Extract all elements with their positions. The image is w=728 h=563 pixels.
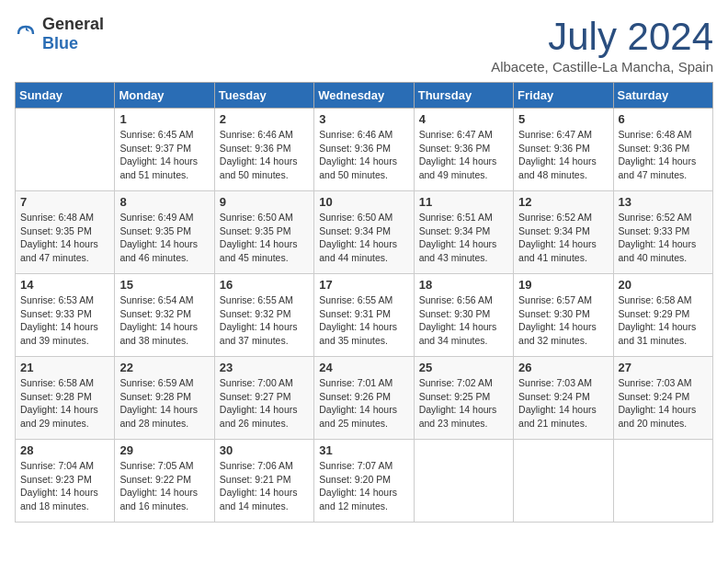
day-number: 24: [319, 361, 408, 374]
calendar-cell: 31Sunrise: 7:07 AM Sunset: 9:20 PM Dayli…: [314, 440, 414, 523]
calendar-week-row: 14Sunrise: 6:53 AM Sunset: 9:33 PM Dayli…: [16, 274, 713, 357]
calendar-week-row: 21Sunrise: 6:58 AM Sunset: 9:28 PM Dayli…: [16, 357, 713, 440]
day-info: Sunrise: 7:01 AM Sunset: 9:26 PM Dayligh…: [319, 376, 408, 431]
calendar-cell: 20Sunrise: 6:58 AM Sunset: 9:29 PM Dayli…: [613, 274, 712, 357]
day-of-week-header: Sunday: [16, 83, 115, 109]
calendar-cell: 24Sunrise: 7:01 AM Sunset: 9:26 PM Dayli…: [314, 357, 414, 440]
day-info: Sunrise: 6:57 AM Sunset: 9:30 PM Dayligh…: [518, 293, 608, 348]
calendar-week-row: 7Sunrise: 6:48 AM Sunset: 9:35 PM Daylig…: [16, 191, 713, 274]
day-number: 29: [119, 443, 209, 457]
day-info: Sunrise: 6:48 AM Sunset: 9:35 PM Dayligh…: [20, 211, 109, 265]
day-number: 18: [419, 278, 508, 292]
day-info: Sunrise: 7:03 AM Sunset: 9:24 PM Dayligh…: [518, 376, 608, 431]
calendar-cell: 14Sunrise: 6:53 AM Sunset: 9:33 PM Dayli…: [16, 274, 115, 357]
day-number: 9: [220, 195, 309, 209]
calendar-cell: 8Sunrise: 6:49 AM Sunset: 9:35 PM Daylig…: [115, 191, 214, 274]
calendar-cell: 23Sunrise: 7:00 AM Sunset: 9:27 PM Dayli…: [214, 357, 313, 440]
day-number: 23: [220, 361, 309, 374]
day-info: Sunrise: 7:04 AM Sunset: 9:23 PM Dayligh…: [20, 459, 109, 513]
calendar-cell: 22Sunrise: 6:59 AM Sunset: 9:28 PM Dayli…: [115, 357, 214, 440]
calendar-header-row: SundayMondayTuesdayWednesdayThursdayFrid…: [16, 83, 713, 109]
calendar-cell: 28Sunrise: 7:04 AM Sunset: 9:23 PM Dayli…: [16, 440, 115, 523]
day-number: 22: [119, 361, 209, 374]
day-info: Sunrise: 7:02 AM Sunset: 9:25 PM Dayligh…: [419, 376, 508, 431]
day-info: Sunrise: 6:47 AM Sunset: 9:36 PM Dayligh…: [518, 128, 608, 182]
day-info: Sunrise: 6:45 AM Sunset: 9:37 PM Dayligh…: [119, 128, 209, 182]
day-number: 3: [319, 112, 408, 126]
day-info: Sunrise: 6:49 AM Sunset: 9:35 PM Dayligh…: [119, 211, 209, 265]
calendar-cell: 10Sunrise: 6:50 AM Sunset: 9:34 PM Dayli…: [314, 191, 414, 274]
calendar-cell: 6Sunrise: 6:48 AM Sunset: 9:36 PM Daylig…: [613, 109, 712, 191]
calendar-cell: 27Sunrise: 7:03 AM Sunset: 9:24 PM Dayli…: [613, 357, 712, 440]
calendar-cell: 19Sunrise: 6:57 AM Sunset: 9:30 PM Dayli…: [514, 274, 613, 357]
calendar-cell: 11Sunrise: 6:51 AM Sunset: 9:34 PM Dayli…: [414, 191, 513, 274]
logo-blue: Blue: [42, 34, 78, 52]
logo-icon: [15, 23, 37, 45]
day-number: 5: [518, 112, 608, 126]
calendar-cell: 3Sunrise: 6:46 AM Sunset: 9:36 PM Daylig…: [314, 109, 414, 191]
day-number: 8: [119, 195, 209, 209]
calendar-cell: 29Sunrise: 7:05 AM Sunset: 9:22 PM Dayli…: [115, 440, 214, 523]
calendar-week-row: 1Sunrise: 6:45 AM Sunset: 9:37 PM Daylig…: [16, 109, 713, 191]
day-number: 17: [319, 278, 408, 292]
day-info: Sunrise: 7:03 AM Sunset: 9:24 PM Dayligh…: [619, 376, 708, 431]
day-number: 25: [419, 361, 508, 374]
logo: General Blue: [15, 15, 104, 53]
day-of-week-header: Tuesday: [214, 83, 313, 109]
day-number: 31: [319, 443, 408, 457]
calendar-cell: 25Sunrise: 7:02 AM Sunset: 9:25 PM Dayli…: [414, 357, 513, 440]
calendar-cell: [16, 109, 115, 191]
day-number: 12: [518, 195, 608, 209]
day-number: 1: [119, 112, 209, 126]
calendar-cell: 30Sunrise: 7:06 AM Sunset: 9:21 PM Dayli…: [214, 440, 313, 523]
day-info: Sunrise: 7:00 AM Sunset: 9:27 PM Dayligh…: [220, 376, 309, 431]
day-info: Sunrise: 6:52 AM Sunset: 9:34 PM Dayligh…: [518, 211, 608, 265]
calendar-cell: 26Sunrise: 7:03 AM Sunset: 9:24 PM Dayli…: [514, 357, 613, 440]
day-info: Sunrise: 6:59 AM Sunset: 9:28 PM Dayligh…: [119, 376, 209, 431]
day-number: 20: [619, 278, 708, 292]
day-of-week-header: Saturday: [613, 83, 712, 109]
calendar-cell: [613, 440, 712, 523]
day-of-week-header: Thursday: [414, 83, 513, 109]
day-info: Sunrise: 6:52 AM Sunset: 9:33 PM Dayligh…: [619, 211, 708, 265]
day-info: Sunrise: 6:50 AM Sunset: 9:34 PM Dayligh…: [319, 211, 408, 265]
day-of-week-header: Wednesday: [314, 83, 414, 109]
calendar-cell: 16Sunrise: 6:55 AM Sunset: 9:32 PM Dayli…: [214, 274, 313, 357]
calendar-cell: 7Sunrise: 6:48 AM Sunset: 9:35 PM Daylig…: [16, 191, 115, 274]
calendar-cell: 2Sunrise: 6:46 AM Sunset: 9:36 PM Daylig…: [214, 109, 313, 191]
calendar-cell: 5Sunrise: 6:47 AM Sunset: 9:36 PM Daylig…: [514, 109, 613, 191]
day-number: 15: [119, 278, 209, 292]
day-info: Sunrise: 6:58 AM Sunset: 9:29 PM Dayligh…: [619, 293, 708, 348]
day-info: Sunrise: 6:54 AM Sunset: 9:32 PM Dayligh…: [119, 293, 209, 348]
day-number: 4: [419, 112, 508, 126]
logo-text: General Blue: [42, 15, 104, 53]
day-number: 2: [220, 112, 309, 126]
calendar-week-row: 28Sunrise: 7:04 AM Sunset: 9:23 PM Dayli…: [16, 440, 713, 523]
day-info: Sunrise: 6:51 AM Sunset: 9:34 PM Dayligh…: [419, 211, 508, 265]
day-info: Sunrise: 7:07 AM Sunset: 9:20 PM Dayligh…: [319, 459, 408, 513]
day-info: Sunrise: 6:58 AM Sunset: 9:28 PM Dayligh…: [20, 376, 109, 431]
calendar-cell: [414, 440, 513, 523]
calendar-cell: 4Sunrise: 6:47 AM Sunset: 9:36 PM Daylig…: [414, 109, 513, 191]
day-info: Sunrise: 6:48 AM Sunset: 9:36 PM Dayligh…: [619, 128, 708, 182]
day-number: 28: [20, 443, 109, 457]
calendar-cell: 18Sunrise: 6:56 AM Sunset: 9:30 PM Dayli…: [414, 274, 513, 357]
day-info: Sunrise: 6:55 AM Sunset: 9:32 PM Dayligh…: [220, 293, 309, 348]
page-header: General Blue July 2024 Albacete, Castill…: [15, 15, 713, 75]
month-title: July 2024: [491, 15, 713, 59]
day-info: Sunrise: 6:46 AM Sunset: 9:36 PM Dayligh…: [319, 128, 408, 182]
day-number: 19: [518, 278, 608, 292]
day-number: 26: [518, 361, 608, 374]
day-number: 30: [220, 443, 309, 457]
day-number: 13: [619, 195, 708, 209]
calendar-table: SundayMondayTuesdayWednesdayThursdayFrid…: [15, 82, 713, 523]
day-number: 10: [319, 195, 408, 209]
day-info: Sunrise: 6:55 AM Sunset: 9:31 PM Dayligh…: [319, 293, 408, 348]
day-info: Sunrise: 6:50 AM Sunset: 9:35 PM Dayligh…: [220, 211, 309, 265]
day-info: Sunrise: 7:06 AM Sunset: 9:21 PM Dayligh…: [220, 459, 309, 513]
title-area: July 2024 Albacete, Castille-La Mancha, …: [491, 15, 713, 75]
calendar-cell: 12Sunrise: 6:52 AM Sunset: 9:34 PM Dayli…: [514, 191, 613, 274]
calendar-cell: [514, 440, 613, 523]
day-info: Sunrise: 6:46 AM Sunset: 9:36 PM Dayligh…: [220, 128, 309, 182]
day-info: Sunrise: 6:53 AM Sunset: 9:33 PM Dayligh…: [20, 293, 109, 348]
